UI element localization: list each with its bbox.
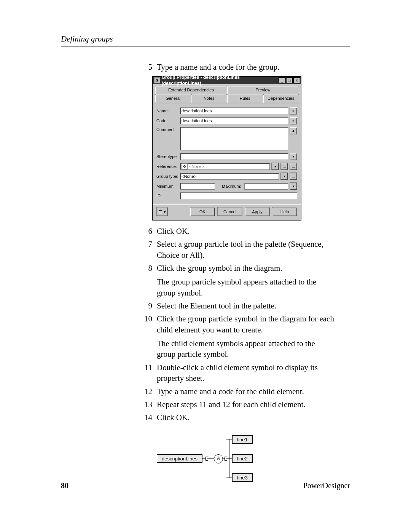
child-node-3: line3 [232,473,253,482]
reference-browse-button[interactable]: … [280,163,288,170]
step-followup: The group particle symbol appears attach… [157,276,335,298]
step-text: Click the group symbol in the diagram. T… [157,263,335,298]
tab-notes[interactable]: Notes [191,94,228,103]
step-7: 7 Select a group particle tool in the pa… [137,239,335,260]
connector [202,458,206,459]
step-list: 5 Type a name and a code for the group. … [137,62,335,488]
tab-dependencies[interactable]: Dependencies [263,94,299,103]
child-node-1: line1 [232,435,253,444]
all-particle-node: A [214,454,223,463]
reference-drop-button[interactable]: ▾ [271,163,279,170]
step-6: 6 Click OK. [137,226,335,236]
tab-preview[interactable]: Preview [227,86,299,94]
comment-field[interactable] [180,127,288,150]
apply-button[interactable]: Apply [245,207,270,216]
ok-button[interactable]: OK [190,207,215,216]
step-13: 13 Repeat steps 11 and 12 for each child… [137,399,335,410]
step-number: 13 [137,399,157,410]
minimum-field[interactable] [180,183,215,190]
step-9: 9 Select the Element tool in the palette… [137,300,335,311]
step-number: 5 [137,62,157,72]
step-8: 8 Click the group symbol in the diagram.… [137,263,335,298]
page-number: 80 [61,481,68,490]
connector-handle [225,457,227,461]
reference-type-icon: G [182,163,188,169]
chevron-down-icon: ▾ [293,184,295,189]
props-icon: … [292,174,295,179]
name-eq-button[interactable]: = [290,107,297,115]
connector [226,478,232,478]
label-code: Code: [156,118,180,124]
maximize-button[interactable]: □ [286,77,293,83]
step-text: Click OK. [157,226,335,236]
step-text: Type a name and a code for the group. [157,62,335,72]
step-11: 11 Double-click a child element symbol t… [137,362,335,384]
close-button[interactable]: × [293,77,300,83]
tab-strip: Extended Dependencies Preview General No… [153,84,301,103]
step-text: Click OK. [157,412,335,423]
step-text: Select a group particle tool in the pale… [157,239,335,260]
step-text: Double-click a child element symbol to d… [157,362,335,384]
name-field[interactable]: descriptionLines [180,107,288,114]
dialog-titlebar[interactable]: G Group Properties - descriptionLines (d… [153,77,301,84]
chevron-down-icon: ▾ [293,154,295,159]
step-number: 11 [137,362,157,384]
help-button[interactable]: Help [272,207,297,216]
connector [226,439,232,440]
chevron-down-icon: ▾ [274,164,276,169]
code-lock-button[interactable]: = [290,117,297,125]
reference-field[interactable]: G <None> [180,163,270,170]
id-field[interactable] [180,192,297,199]
lock-icon: = [292,118,294,123]
code-field[interactable]: descriptionLines [180,117,288,124]
step-14: 14 Click OK. [137,412,335,423]
menu-icon: ☰ ▾ [158,209,166,215]
group-type-field[interactable]: <None> [180,173,279,180]
label-id: ID: [156,193,180,199]
dialog-menu-button[interactable]: ☰ ▾ [156,207,168,216]
label-minimum: Minimum: [156,184,180,189]
tab-general[interactable]: General [155,94,191,103]
group-node: descriptionLines [157,454,202,463]
group-properties-dialog: G Group Properties - descriptionLines (d… [152,76,301,220]
title-icon: G [154,77,160,83]
connector-handle [206,457,208,461]
group-type-drop-button[interactable]: ▾ [280,173,288,180]
product-name: PowerDesigner [303,481,350,490]
tab-rules[interactable]: Rules [227,94,263,103]
stereotype-drop-button[interactable]: ▾ [290,153,297,160]
page-footer: 80 PowerDesigner [61,481,350,490]
child-node-2: line2 [232,454,253,463]
step-text: Type a name and a code for the child ele… [157,386,335,397]
connector [207,458,214,459]
stereotype-field[interactable] [180,153,288,160]
step-number: 6 [137,226,157,236]
browse-icon: … [283,164,286,169]
step-text: Repeat steps 11 and 12 for each child el… [157,399,335,410]
minimize-button[interactable]: _ [279,77,285,83]
dialog-title: Group Properties - descriptionLines (des… [162,74,278,86]
step-5: 5 Type a name and a code for the group. [137,62,335,72]
step-number: 8 [137,263,157,298]
label-group-type: Group type: [156,174,180,179]
connector [226,458,232,459]
label-name: Name: [156,108,180,114]
dialog-body: Name: descriptionLines = Code: descripti… [153,103,301,204]
tab-extended-dependencies[interactable]: Extended Dependencies [155,86,227,94]
reference-value: <None> [189,164,204,169]
group-diagram: descriptionLines A line1 line2 line3 [157,431,256,488]
comment-scroll-up[interactable]: ▲ [290,127,297,134]
label-reference: Reference: [156,164,180,169]
step-number: 9 [137,300,157,311]
reference-props-button[interactable]: … [290,163,297,170]
maximum-drop-button[interactable]: ▾ [290,182,297,190]
maximum-field[interactable] [244,183,288,190]
label-maximum: Maximum: [222,184,241,189]
step-number: 12 [137,386,157,397]
props-icon: … [292,164,295,169]
section-title: Defining groups [61,34,350,46]
group-type-props-button[interactable]: … [290,173,297,180]
cancel-button[interactable]: Cancel [217,207,242,216]
label-comment: Comment: [156,127,180,133]
step-followup: The child element symbols appear attache… [157,338,335,360]
